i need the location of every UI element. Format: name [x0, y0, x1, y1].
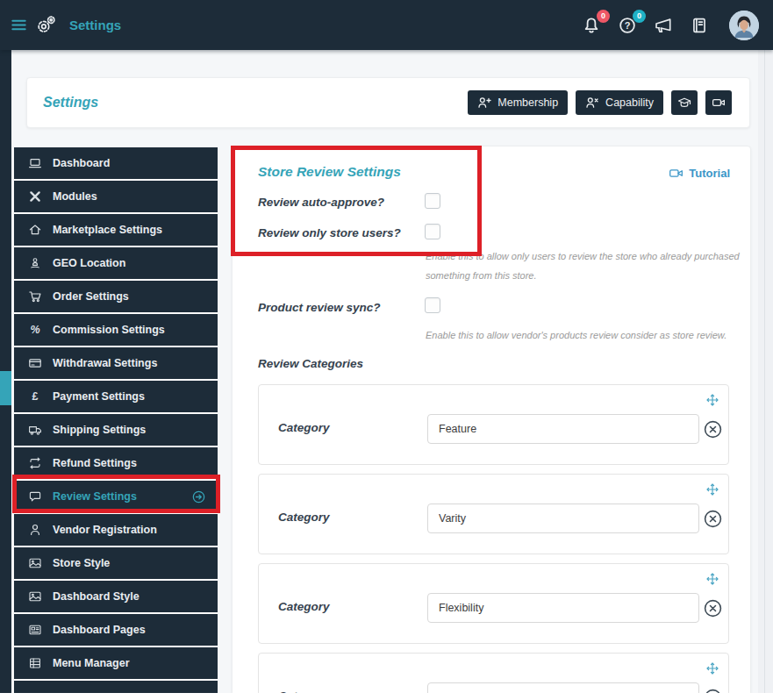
sidebar-item-commission-settings[interactable]: % Commission Settings [14, 314, 218, 346]
sidebar-item-dashboard[interactable]: Dashboard [14, 147, 218, 179]
comment-icon [28, 489, 42, 504]
sidebar-item-label: Dashboard Style [53, 590, 140, 603]
tutorial-link[interactable]: Tutorial [669, 166, 730, 181]
megaphone-icon [654, 16, 673, 35]
sidebar-item-label: Commission Settings [53, 324, 165, 336]
modules-icon [28, 189, 42, 204]
sidebar-item-review-settings[interactable]: Review Settings [14, 481, 218, 512]
sidebar-item-vendor-registration[interactable]: Vendor Registration [14, 514, 218, 546]
section-title: Store Review Settings [258, 164, 401, 180]
remove-category-icon[interactable] [703, 598, 723, 618]
category-input[interactable] [427, 504, 699, 533]
sidebar-item-shipping-settings[interactable]: Shipping Settings [14, 414, 218, 446]
hamburger-menu-icon[interactable] [11, 17, 27, 33]
credit-card-icon [28, 356, 42, 370]
home-icon [28, 223, 42, 237]
book-icon [690, 16, 709, 35]
button-label: Capability [605, 96, 654, 109]
field-label-product-review-sync: Product review sync? [258, 301, 381, 314]
sidebar-item-label: GEO Location [53, 257, 125, 269]
move-icon[interactable] [705, 572, 719, 586]
helper-product-review-sync: Enable this to allow vendor's products r… [426, 325, 751, 345]
settings-header-card: Settings Membership Capability [26, 77, 750, 128]
move-icon[interactable] [705, 482, 719, 496]
category-input[interactable] [427, 593, 699, 623]
remove-category-icon[interactable] [703, 419, 723, 439]
category-row-label: Category [278, 511, 330, 524]
category-row: Category [258, 563, 729, 644]
sidebar-item-payment-settings[interactable]: £ Payment Settings [14, 381, 218, 412]
user-avatar[interactable] [729, 11, 759, 40]
sidebar-item-refund-settings[interactable]: Refund Settings [14, 447, 218, 479]
bottom-strip [0, 693, 773, 700]
sidebar-item-label: Shipping Settings [53, 424, 146, 436]
image-icon [28, 589, 42, 604]
tutorial-video-icon [669, 166, 684, 181]
sidebar-item-label: Vendor Registration [53, 524, 157, 536]
graduation-cap-icon [677, 96, 691, 110]
arrow-circle-right-icon[interactable] [191, 489, 206, 504]
sidebar-item-dashboard-style[interactable]: Dashboard Style [14, 581, 218, 612]
notifications-badge: 0 [597, 10, 610, 23]
cart-icon [28, 289, 42, 304]
sidebar-item-order-settings[interactable]: Order Settings [14, 281, 218, 312]
review-categories-heading: Review Categories [258, 357, 363, 370]
sidebar-item-label: Order Settings [53, 290, 129, 303]
button-label: Membership [497, 96, 558, 109]
sidebar-item-menu-manager[interactable]: Menu Manager [14, 647, 218, 679]
topbar: Settings 0 ? 0 [0, 0, 773, 50]
sidebar-item-modules[interactable]: Modules [14, 181, 218, 212]
sidebar-item-dashboard-pages[interactable]: Dashboard Pages [14, 614, 218, 646]
review-auto-approve-checkbox[interactable] [425, 193, 440, 209]
knowledgebase-button[interactable] [690, 16, 709, 35]
svg-text:?: ? [625, 19, 631, 30]
membership-button[interactable]: Membership [468, 90, 568, 115]
category-row: Category [258, 474, 729, 554]
category-list: Category Category Category Category [258, 384, 729, 700]
header-actions: Membership Capability [468, 90, 732, 115]
help-button[interactable]: ? 0 [618, 16, 637, 35]
laptop-icon [28, 156, 42, 170]
sidebar-item-label: Payment Settings [53, 390, 145, 403]
product-review-sync-checkbox[interactable] [425, 297, 440, 313]
refund-icon [28, 456, 42, 470]
settings-gears-icon [36, 15, 56, 35]
sidebar-item-withdrawal-settings[interactable]: Withdrawal Settings [14, 347, 218, 379]
review-settings-panel: Store Review Settings Tutorial Review au… [232, 146, 751, 700]
scrollbar-track[interactable] [758, 50, 773, 693]
pages-icon [28, 623, 42, 637]
remove-category-icon[interactable] [703, 509, 723, 529]
review-only-store-users-checkbox[interactable] [425, 224, 440, 239]
video-camera-button[interactable] [705, 90, 732, 115]
user-icon [28, 523, 42, 537]
sidebar-item-marketplace-settings[interactable]: Marketplace Settings [14, 214, 218, 246]
sidebar-item-geo-location[interactable]: GEO Location [14, 247, 218, 279]
page-title: Settings [43, 95, 98, 111]
user-plus-icon [477, 96, 491, 110]
sidebar-item-label: Modules [53, 190, 97, 203]
announcements-button[interactable] [654, 16, 673, 35]
notifications-button[interactable]: 0 [582, 16, 601, 35]
helper-review-only-store-users: Enable this to allow only users to revie… [426, 246, 748, 285]
move-icon[interactable] [705, 661, 719, 675]
user-x-icon [585, 96, 599, 110]
category-input[interactable] [427, 414, 699, 444]
settings-sidebar: Dashboard Modules Marketplace Settings G… [14, 147, 218, 700]
graduation-cap-button[interactable] [671, 90, 698, 115]
scrollbar-line [764, 50, 765, 693]
sidebar-item-label: Store Style [53, 557, 110, 569]
sidebar-item-store-style[interactable]: Store Style [14, 547, 218, 579]
sidebar-item-label: Dashboard Pages [53, 624, 146, 636]
sidebar-item-label: Marketplace Settings [53, 224, 162, 236]
percent-icon: % [28, 323, 42, 337]
field-label-review-auto-approve: Review auto-approve? [258, 196, 384, 209]
move-icon[interactable] [705, 393, 719, 407]
svg-text:%: % [30, 324, 39, 336]
category-row-label: Category [278, 421, 330, 434]
capability-button[interactable]: Capability [576, 90, 663, 115]
image-icon [28, 556, 42, 570]
sidebar-item-label: Refund Settings [53, 457, 137, 469]
feedback-tab[interactable] [0, 371, 11, 405]
help-badge: 0 [633, 10, 646, 23]
pound-icon: £ [28, 389, 42, 404]
